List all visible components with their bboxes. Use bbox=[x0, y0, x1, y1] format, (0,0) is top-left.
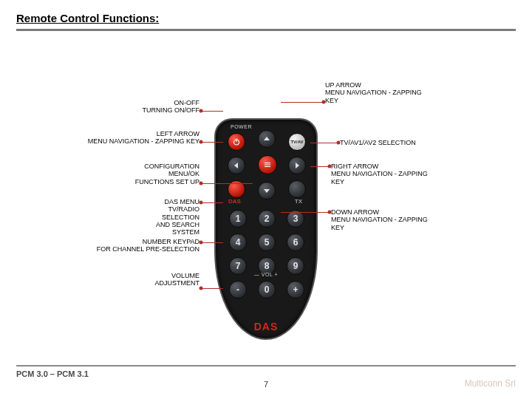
power-label: POWER bbox=[231, 124, 252, 129]
leader-dot-icon bbox=[200, 182, 203, 185]
callout-line: TURNING ON/OFF bbox=[103, 106, 200, 114]
leader-dot-icon bbox=[200, 287, 203, 290]
callout-line: ADJUSTMENT bbox=[133, 279, 200, 287]
callout-down-arrow: DOWN ARROW MENU NAVIGATION - ZAPPING KEY bbox=[331, 208, 457, 231]
callout-line: KEY bbox=[325, 97, 451, 104]
callout-line: DAS MENU bbox=[126, 198, 200, 205]
callout-config: CONFIGURATION MENU/OK FUNCTIONS SET UP bbox=[111, 163, 200, 185]
keypad-5: 5 bbox=[258, 233, 276, 251]
diagram-stage: POWER TV/AV bbox=[0, 44, 532, 355]
tx-button bbox=[288, 180, 306, 198]
callout-das-menu: DAS MENU TV/RADIO SELECTION AND SEARCH S… bbox=[126, 198, 200, 236]
svg-marker-7 bbox=[296, 163, 299, 168]
callout-line: NUMBER KEYPAD bbox=[81, 238, 200, 245]
callout-line: MENU/OK bbox=[111, 170, 200, 177]
callout-line: UP ARROW bbox=[325, 81, 451, 89]
callout-line: MENU NAVIGATION - ZAPPING KEY bbox=[74, 137, 200, 145]
chevron-down-icon bbox=[262, 186, 271, 195]
leader-line bbox=[201, 183, 253, 184]
ok-button bbox=[258, 155, 277, 174]
left-arrow-button bbox=[228, 157, 245, 174]
leader-line bbox=[310, 143, 338, 143]
callout-line: LEFT ARROW bbox=[74, 130, 200, 137]
remote-brand: DAS bbox=[216, 321, 316, 332]
leader-line bbox=[281, 102, 324, 103]
leader-line bbox=[201, 242, 223, 243]
callout-line: DOWN ARROW bbox=[331, 208, 457, 216]
leader-dot-icon bbox=[328, 165, 332, 168]
das-label: DAS bbox=[228, 198, 241, 205]
callout-line: KEY bbox=[331, 224, 457, 231]
tx-label: TX bbox=[295, 198, 302, 205]
chevron-left-icon bbox=[232, 161, 241, 170]
svg-marker-3 bbox=[234, 163, 238, 168]
callout-right-arrow: RIGHT ARROW MENU NAVIGATION - ZAPPING KE… bbox=[331, 163, 457, 185]
remote-control: POWER TV/AV bbox=[214, 118, 318, 340]
callout-keypad: NUMBER KEYPAD FOR CHANNEL PRE-SELECTION bbox=[81, 238, 200, 253]
callout-up-arrow: UP ARROW MENU NAVIGATION - ZAPPING KEY bbox=[325, 81, 451, 104]
svg-rect-4 bbox=[265, 163, 270, 163]
chevron-right-icon bbox=[293, 161, 301, 170]
leader-line bbox=[201, 288, 223, 289]
callout-line: FUNCTIONS SET UP bbox=[111, 178, 200, 185]
callout-line: MENU NAVIGATION - ZAPPING bbox=[331, 170, 457, 177]
footer-left: PCM 3.0 – PCM 3.1 bbox=[16, 369, 89, 378]
callout-line: TV/AV1/AV2 SELECTION bbox=[340, 139, 466, 146]
leader-line bbox=[281, 212, 330, 213]
down-arrow-button bbox=[258, 182, 276, 200]
callout-line: VOLUME bbox=[133, 272, 200, 279]
callout-line: RIGHT ARROW bbox=[331, 163, 457, 170]
callout-volume: VOLUME ADJUSTMENT bbox=[133, 272, 200, 287]
keypad-2: 2 bbox=[258, 210, 276, 228]
callout-line: FOR CHANNEL PRE-SELECTION bbox=[81, 245, 200, 253]
keypad-4: 4 bbox=[229, 233, 247, 251]
callout-onoff: ON-OFF TURNING ON/OFF bbox=[103, 99, 200, 115]
callout-line: KEY bbox=[331, 178, 457, 185]
callout-line: TV/RADIO bbox=[126, 205, 200, 213]
callout-left-arrow: LEFT ARROW MENU NAVIGATION - ZAPPING KEY bbox=[74, 130, 200, 146]
callout-line: AND SEARCH bbox=[126, 221, 200, 228]
title-underline bbox=[16, 29, 516, 31]
svg-rect-5 bbox=[265, 165, 270, 166]
callout-tv-av: TV/AV1/AV2 SELECTION bbox=[340, 139, 466, 146]
svg-marker-8 bbox=[264, 189, 270, 193]
leader-dot-icon bbox=[200, 201, 203, 205]
leader-line bbox=[201, 202, 223, 203]
callout-line: MENU NAVIGATION - ZAPPING bbox=[331, 216, 457, 223]
power-icon bbox=[232, 137, 241, 146]
leader-dot-icon bbox=[322, 100, 326, 104]
footer-right: Multiconn Srl bbox=[465, 378, 516, 389]
page-title: Remote Control Functions: bbox=[16, 12, 516, 27]
leader-line bbox=[310, 166, 330, 167]
keypad-6: 6 bbox=[287, 233, 304, 251]
menu-icon bbox=[263, 160, 272, 169]
vol-plus-button: + bbox=[287, 281, 304, 299]
callout-line: SYSTEM bbox=[126, 228, 200, 236]
callout-line: ON-OFF bbox=[103, 99, 200, 106]
vol-label: — VOL + bbox=[216, 272, 316, 277]
callout-line: MENU NAVIGATION - ZAPPING bbox=[325, 89, 451, 96]
page-number: 7 bbox=[0, 380, 532, 389]
up-arrow-button bbox=[258, 130, 276, 148]
tv-av-button: TV/AV bbox=[288, 133, 306, 151]
leader-dot-icon bbox=[328, 211, 332, 214]
callout-line: SELECTION bbox=[126, 214, 200, 221]
leader-dot-icon bbox=[200, 241, 203, 245]
keypad-0: 0 bbox=[258, 281, 276, 299]
keypad-1: 1 bbox=[229, 210, 247, 228]
leader-dot-icon bbox=[337, 141, 341, 145]
power-button bbox=[228, 133, 245, 151]
vol-minus-button: - bbox=[229, 281, 247, 299]
svg-marker-2 bbox=[264, 137, 270, 140]
leader-line bbox=[201, 142, 223, 143]
right-arrow-button bbox=[288, 157, 306, 174]
callout-line: CONFIGURATION bbox=[111, 163, 200, 170]
leader-line bbox=[201, 111, 223, 112]
svg-rect-6 bbox=[265, 166, 270, 167]
leader-dot-icon bbox=[200, 140, 203, 144]
chevron-up-icon bbox=[262, 134, 271, 143]
leader-dot-icon bbox=[200, 109, 203, 113]
footer-rule bbox=[16, 365, 516, 366]
